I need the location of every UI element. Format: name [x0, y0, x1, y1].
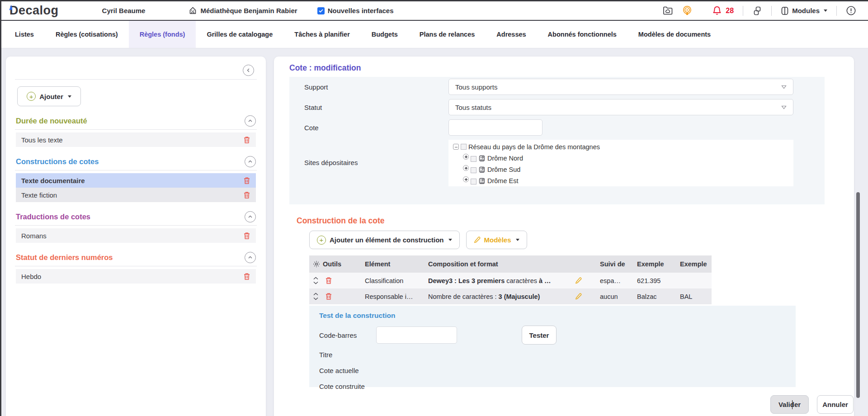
tab-adresses[interactable]: Adresses — [486, 21, 537, 48]
tree-checkbox[interactable] — [461, 144, 467, 150]
tab-regles-fonds[interactable]: Règles (fonds) — [129, 21, 196, 48]
library-name: Médiathèque Benjamin Rabier — [200, 7, 297, 14]
section-title-traductions-cotes: Traductions de cotes — [16, 213, 90, 221]
chevron-down-icon — [68, 95, 71, 98]
col-header-suivi: Suivi de — [596, 255, 633, 273]
test-construction-panel: Test de la construction Code-barres Test… — [309, 306, 796, 387]
models-button[interactable]: Modèles — [466, 231, 527, 249]
expand-plus-icon[interactable] — [463, 154, 469, 160]
table-row: Classification Dewey3 : Les 3 premiers c… — [309, 273, 712, 288]
reorder-icon[interactable] — [313, 293, 319, 300]
trash-icon[interactable] — [243, 232, 250, 240]
link-icon[interactable] — [752, 6, 762, 16]
trash-icon[interactable] — [243, 136, 250, 144]
building-icon — [478, 155, 486, 162]
support-select[interactable]: Tous supports — [448, 79, 793, 95]
tab-grilles-catalogage[interactable]: Grilles de catalogage — [196, 21, 283, 48]
tab-budgets[interactable]: Budgets — [361, 21, 409, 48]
tree-checkbox[interactable] — [471, 156, 476, 162]
trash-icon[interactable] — [243, 177, 250, 184]
rule-item-romans[interactable]: Romans — [16, 228, 256, 243]
col-header-exemple1: Exemple — [633, 255, 676, 273]
tab-taches-planifier[interactable]: Tâches à planifier — [283, 21, 361, 48]
cell-composition: Nombre de caractères : 3 (Majuscule) — [425, 288, 571, 304]
section-title-duree-nouveaute: Durée de nouveauté — [16, 117, 87, 125]
tab-regles-cotisations[interactable]: Règles (cotisations) — [45, 21, 129, 48]
add-construction-element-button[interactable]: + Ajouter un élément de construction — [309, 231, 460, 249]
statut-value: Tous statuts — [455, 104, 491, 111]
tree-node-drome-est[interactable]: Drôme Est — [463, 175, 789, 186]
section-title-statut-derniers-numeros: Statut de derniers numéros — [16, 253, 113, 262]
building-icon — [478, 166, 486, 173]
add-rule-button[interactable]: + Ajouter — [17, 86, 81, 106]
statut-select[interactable]: Tous statuts — [448, 99, 793, 115]
trash-icon[interactable] — [325, 293, 332, 300]
rule-item-texte-fiction[interactable]: Texte fiction — [16, 188, 256, 202]
col-header-composition: Composition et format — [425, 255, 571, 273]
top-header: Decalog Cyril Beaume Médiathèque Benjami… — [1, 1, 868, 21]
modules-menu[interactable]: Modules — [781, 6, 827, 15]
page-title: Cote : modification — [274, 57, 854, 73]
tree-checkbox[interactable] — [471, 167, 476, 173]
info-icon[interactable] — [846, 5, 856, 16]
folder-sync-icon[interactable] — [663, 6, 673, 15]
section-collapse-button[interactable] — [245, 115, 256, 127]
select-caret-icon — [781, 85, 787, 89]
cell-exemple1: Balzac — [633, 288, 676, 304]
sidebar-collapse-button[interactable] — [243, 65, 254, 76]
rule-item-label: Romans — [21, 232, 47, 240]
user-name[interactable]: Cyril Beaume — [102, 7, 146, 14]
tree-node-drome-nord[interactable]: Drôme Nord — [463, 152, 789, 164]
cell-element: Responsable i… — [361, 288, 425, 304]
rule-item-tous-les-texte[interactable]: Tous les texte — [16, 132, 256, 147]
app-window: Decalog Cyril Beaume Médiathèque Benjami… — [0, 0, 868, 416]
select-caret-icon — [781, 105, 787, 109]
tab-plans-relances[interactable]: Plans de relances — [409, 21, 486, 48]
cote-label: Cote — [289, 124, 448, 132]
new-interfaces-toggle[interactable]: Nouvelles interfaces — [317, 7, 394, 14]
pencil-icon[interactable] — [575, 293, 582, 300]
valider-button[interactable]: Valider — [770, 395, 809, 414]
trash-icon[interactable] — [243, 191, 250, 199]
tree-node-drome-sud[interactable]: Drôme Sud — [463, 164, 789, 175]
rule-item-texte-documentaire[interactable]: Texte documentaire — [16, 173, 256, 188]
cell-exemple2: BAL — [676, 288, 712, 304]
trash-icon[interactable] — [325, 277, 332, 284]
vertical-scrollbar[interactable] — [856, 192, 860, 398]
section-collapse-button[interactable] — [245, 252, 256, 263]
sites-tree: Réseau du pays de la Drôme des montagnes… — [448, 140, 793, 186]
divider — [15, 266, 257, 266]
expand-plus-icon[interactable] — [463, 176, 469, 182]
reorder-icon[interactable] — [313, 277, 319, 284]
section-collapse-button[interactable] — [245, 156, 256, 167]
trash-icon[interactable] — [243, 273, 250, 280]
annuler-button[interactable]: Annuler — [817, 395, 854, 414]
rule-item-hebdo[interactable]: Hebdo — [16, 269, 256, 284]
collapse-minus-icon[interactable] — [453, 144, 459, 150]
section-collapse-button[interactable] — [245, 211, 256, 222]
tree-node-root[interactable]: Réseau du pays de la Drôme des montagnes — [453, 141, 789, 152]
tab-modeles-documents[interactable]: Modèles de documents — [627, 21, 722, 48]
tree-checkbox[interactable] — [471, 179, 476, 184]
add-rule-label: Ajouter — [39, 93, 63, 100]
divider — [15, 79, 257, 80]
divider — [15, 129, 257, 130]
tab-listes[interactable]: Listes — [4, 21, 45, 48]
broadcast-icon[interactable] — [682, 6, 692, 16]
cell-composition: Dewey3 : Les 3 premiers caractères à … — [425, 273, 571, 288]
bell-icon[interactable] — [712, 5, 722, 16]
divider — [15, 225, 257, 226]
cote-input[interactable] — [448, 119, 542, 136]
tester-button[interactable]: Tester — [522, 326, 557, 345]
library-selector[interactable]: Médiathèque Benjamin Rabier — [189, 6, 297, 15]
expand-plus-icon[interactable] — [463, 165, 469, 171]
pencil-icon[interactable] — [575, 277, 582, 284]
construction-table: Outils Elément Composition et format Sui… — [309, 255, 712, 304]
header-separator — [743, 6, 743, 16]
tab-abonnes-fonctionnels[interactable]: Abonnés fonctionnels — [537, 21, 627, 48]
plus-circle-icon: + — [317, 236, 326, 245]
sites-depositaires-label: Sites dépositaires — [289, 140, 448, 166]
new-interfaces-checkbox[interactable] — [317, 7, 325, 14]
barcode-input[interactable] — [376, 326, 457, 344]
chevron-down-icon — [824, 9, 827, 12]
